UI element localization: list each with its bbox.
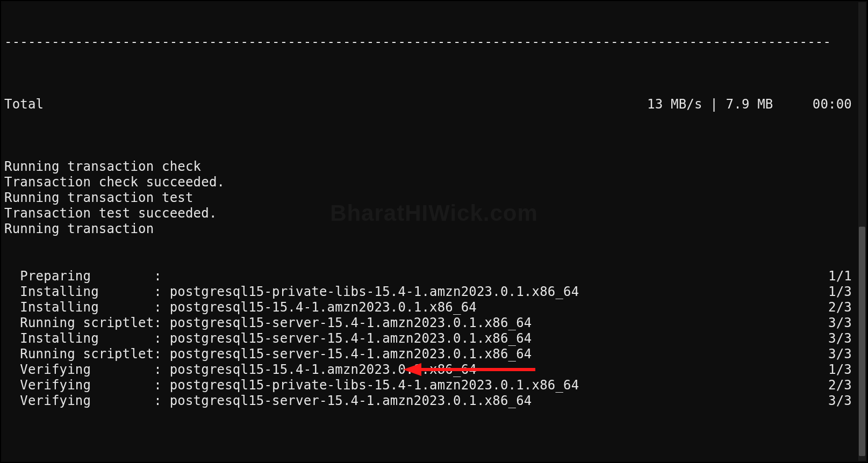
transaction-text: Installing : postgresql15-15.4-1.amzn202…: [4, 300, 477, 315]
transaction-counter: 2/3: [828, 300, 857, 315]
transaction-counter: 3/3: [828, 346, 857, 362]
transaction-text: Installing : postgresql15-server-15.4-1.…: [4, 331, 532, 346]
output-line: Running transaction test: [4, 190, 857, 206]
transaction-counter: 1/3: [828, 362, 857, 378]
output-line: Transaction test succeeded.: [4, 206, 857, 221]
transaction-counter: 3/3: [828, 315, 857, 331]
transaction-row: Installing : postgresql15-server-15.4-1.…: [4, 331, 857, 346]
output-line: Running transaction check: [4, 159, 857, 175]
output-line: Transaction check succeeded.: [4, 175, 857, 190]
transaction-row: Running scriptlet: postgresql15-server-1…: [4, 346, 857, 362]
transaction-text: Running scriptlet: postgresql15-server-1…: [4, 315, 532, 331]
transaction-counter: 3/3: [828, 393, 857, 409]
transaction-text: Verifying : postgresql15-15.4-1.amzn2023…: [4, 362, 477, 378]
transaction-row: Running scriptlet: postgresql15-server-1…: [4, 315, 857, 331]
transaction-text: Verifying : postgresql15-server-15.4-1.a…: [4, 393, 532, 409]
transaction-text: Installing : postgresql15-private-libs-1…: [4, 284, 579, 300]
transaction-row: Verifying : postgresql15-server-15.4-1.a…: [4, 393, 857, 409]
output-line: Running transaction: [4, 221, 857, 237]
transaction-counter: 3/3: [828, 331, 857, 346]
transaction-counter: 1/1: [828, 269, 857, 284]
transaction-row: Preparing :1/1: [4, 269, 857, 284]
total-row: Total 13 MB/s | 7.9 MB 00:00: [4, 97, 857, 112]
transaction-row: Installing : postgresql15-private-libs-1…: [4, 284, 857, 300]
transaction-text: Preparing :: [4, 269, 162, 284]
scrollbar-thumb[interactable]: [859, 227, 865, 456]
terminal-window: BharatHIWick.com -----------------------…: [0, 0, 868, 463]
separator-line: ----------------------------------------…: [4, 34, 857, 50]
total-stats: 13 MB/s | 7.9 MB 00:00: [647, 97, 857, 112]
transaction-counter: 2/3: [828, 378, 857, 393]
transaction-row: Verifying : postgresql15-15.4-1.amzn2023…: [4, 362, 857, 378]
transaction-text: Verifying : postgresql15-private-libs-15…: [4, 378, 579, 393]
total-label: Total: [4, 97, 44, 112]
transaction-row: Verifying : postgresql15-private-libs-15…: [4, 378, 857, 393]
transaction-counter: 1/3: [828, 284, 857, 300]
transaction-row: Installing : postgresql15-15.4-1.amzn202…: [4, 300, 857, 315]
scrollbar-track[interactable]: [858, 2, 866, 461]
terminal-output[interactable]: ----------------------------------------…: [1, 1, 858, 462]
blank-line: [4, 455, 857, 463]
transaction-text: Running scriptlet: postgresql15-server-1…: [4, 346, 532, 362]
